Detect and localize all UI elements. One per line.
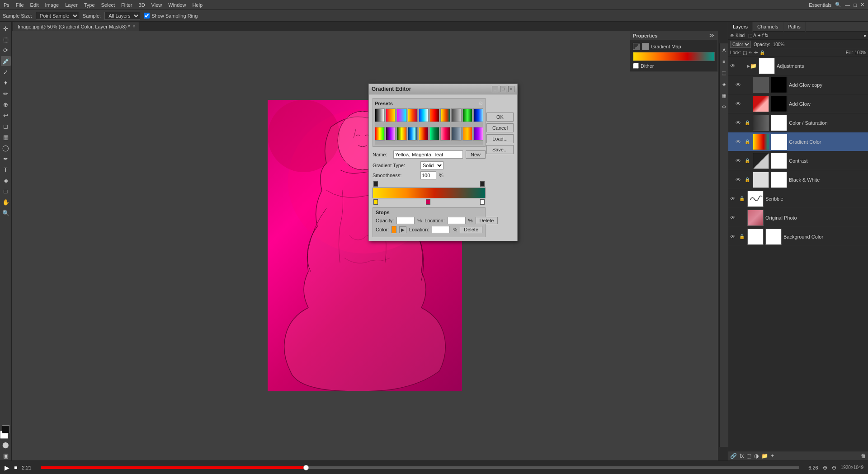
add-layer-icon[interactable]: + bbox=[771, 453, 774, 459]
menu-file[interactable]: File bbox=[16, 2, 24, 8]
add-group-icon[interactable]: 📁 bbox=[761, 453, 768, 459]
panel-tool-5[interactable]: ▦ bbox=[719, 90, 729, 100]
timeline-thumb[interactable] bbox=[303, 465, 309, 470]
ge-save-button[interactable]: Save... bbox=[486, 145, 514, 154]
layer-row-black-white[interactable]: 👁 🔒 Black & White bbox=[728, 170, 868, 189]
ge-cancel-button[interactable]: Cancel bbox=[486, 123, 514, 132]
type-tool[interactable]: T bbox=[1, 164, 11, 174]
path-selection-tool[interactable]: ◈ bbox=[1, 175, 11, 185]
minimize-icon[interactable]: — bbox=[845, 2, 850, 8]
workspace-label[interactable]: Essentials bbox=[809, 2, 831, 8]
eye-icon-scribble[interactable]: 👁 bbox=[730, 196, 737, 202]
stop-button[interactable]: ■ bbox=[14, 465, 17, 471]
search-icon[interactable]: 🔍 bbox=[835, 2, 841, 8]
zoom-tool[interactable]: 🔍 bbox=[1, 208, 11, 218]
ge-load-button[interactable]: Load... bbox=[486, 134, 514, 143]
preset-swatch-14[interactable] bbox=[408, 127, 418, 141]
layer-row-adjustments[interactable]: 👁 ▸📁 Adjustments bbox=[728, 56, 868, 75]
fill-value[interactable]: 100% bbox=[854, 50, 866, 55]
brush-tool[interactable]: ✏ bbox=[1, 89, 11, 99]
menu-layer[interactable]: Layer bbox=[65, 2, 78, 8]
quick-mask-toggle[interactable]: ⬤ bbox=[1, 440, 11, 450]
ge-color-location-input[interactable] bbox=[432, 226, 450, 233]
healing-tool[interactable]: ✦ bbox=[1, 78, 11, 88]
preset-swatch-7[interactable] bbox=[440, 108, 450, 122]
preset-swatch-9[interactable] bbox=[462, 108, 472, 122]
file-tab[interactable]: Image.jpg @ 50% (Gradient Color, Layer M… bbox=[14, 22, 139, 31]
opacity-stop-left[interactable] bbox=[373, 181, 378, 187]
eye-icon-add-glow-copy[interactable]: 👁 bbox=[736, 82, 743, 88]
layer-row-scribble[interactable]: 👁 🔒 Scribble bbox=[728, 189, 868, 208]
eye-icon-color-sat[interactable]: 👁 bbox=[736, 120, 743, 126]
ge-minimize-btn[interactable]: _ bbox=[492, 86, 498, 92]
hand-tool[interactable]: ✋ bbox=[1, 197, 11, 207]
sample-size-select[interactable]: Point Sample bbox=[36, 12, 79, 20]
selection-tool[interactable]: ⬚ bbox=[1, 34, 11, 44]
ge-opacity-value-input[interactable] bbox=[396, 217, 415, 224]
ge-opacity-location-input[interactable] bbox=[448, 217, 466, 224]
add-adjustment-icon[interactable]: ◑ bbox=[754, 453, 759, 459]
layer-row-add-glow-copy[interactable]: 👁 Add Glow copy bbox=[728, 75, 868, 94]
menu-view[interactable]: View bbox=[151, 2, 162, 8]
ge-name-input[interactable] bbox=[393, 150, 463, 159]
zoom-out-icon[interactable]: ⊖ bbox=[832, 465, 836, 471]
add-link-icon[interactable]: 🔗 bbox=[730, 453, 737, 459]
zoom-in-icon[interactable]: ⊕ bbox=[823, 465, 827, 471]
menu-edit[interactable]: Edit bbox=[30, 2, 39, 8]
lasso-tool[interactable]: ⟳ bbox=[1, 45, 11, 55]
preset-swatch-3[interactable] bbox=[396, 108, 406, 122]
panel-tool-2[interactable]: ≡ bbox=[719, 56, 729, 66]
preset-swatch-19[interactable] bbox=[462, 127, 472, 141]
preset-swatch-2[interactable] bbox=[386, 108, 396, 122]
play-button[interactable]: ▶ bbox=[5, 464, 9, 471]
ge-color-preview-swatch[interactable] bbox=[392, 226, 396, 233]
ge-close-btn[interactable]: × bbox=[508, 86, 514, 92]
eye-icon-contrast[interactable]: 👁 bbox=[736, 158, 743, 164]
preset-swatch-20[interactable] bbox=[473, 127, 483, 141]
preset-swatch-13[interactable] bbox=[396, 127, 406, 141]
menu-filter[interactable]: Filter bbox=[121, 2, 132, 8]
preset-swatch-11[interactable] bbox=[375, 127, 385, 141]
gradient-map-preview[interactable] bbox=[633, 52, 715, 61]
properties-expand-icon[interactable]: ≫ bbox=[709, 33, 715, 38]
ge-smoothness-input[interactable] bbox=[420, 171, 436, 179]
eyedropper-tool[interactable]: 💉 bbox=[1, 56, 11, 66]
close-icon[interactable]: ✕ bbox=[860, 2, 864, 8]
eye-icon-black-white[interactable]: 👁 bbox=[736, 177, 743, 183]
menu-image[interactable]: Image bbox=[45, 2, 59, 8]
layer-row-add-glow[interactable]: 👁 Add Glow bbox=[728, 94, 868, 113]
ge-gradient-preview[interactable] bbox=[373, 188, 486, 198]
layer-row-background-color[interactable]: 👁 🔒 Background Color bbox=[728, 227, 868, 246]
tab-channels[interactable]: Channels bbox=[753, 22, 783, 32]
color-stop-yellow[interactable] bbox=[373, 199, 378, 205]
dither-checkbox[interactable] bbox=[633, 63, 639, 69]
ge-presets-gear-icon[interactable]: ⚙ bbox=[478, 100, 483, 107]
pen-tool[interactable]: ✒ bbox=[1, 154, 11, 164]
clone-stamp-tool[interactable]: ⊕ bbox=[1, 99, 11, 109]
preset-swatch-5[interactable] bbox=[419, 108, 429, 122]
color-stop-teal[interactable] bbox=[480, 199, 485, 205]
menu-ps[interactable]: Ps bbox=[4, 2, 9, 8]
move-tool[interactable]: ✛ bbox=[1, 23, 11, 33]
screen-mode[interactable]: ▣ bbox=[1, 451, 11, 460]
add-style-icon[interactable]: fx bbox=[740, 453, 744, 459]
tab-paths[interactable]: Paths bbox=[783, 22, 806, 32]
maximize-icon[interactable]: □ bbox=[854, 2, 857, 8]
panel-tool-1[interactable]: A bbox=[719, 45, 729, 55]
preset-swatch-10[interactable] bbox=[473, 108, 483, 122]
ge-color-arrow-btn[interactable]: ▶ bbox=[399, 226, 406, 233]
eraser-tool[interactable]: ◻ bbox=[1, 121, 11, 131]
layer-row-gradient-color[interactable]: 👁 🔒 Gradient Color bbox=[728, 132, 868, 151]
gradient-tool[interactable]: ▦ bbox=[1, 132, 11, 142]
lock-transparent-icon[interactable]: ⬚ bbox=[743, 50, 747, 55]
preset-swatch-16[interactable] bbox=[429, 127, 439, 141]
layer-row-original-photo[interactable]: 👁 Original Photo bbox=[728, 208, 868, 227]
panel-tool-3[interactable]: ⬚ bbox=[719, 68, 729, 78]
menu-window[interactable]: Window bbox=[168, 2, 186, 8]
eye-icon-background-color[interactable]: 👁 bbox=[730, 234, 737, 240]
preset-swatch-12[interactable] bbox=[386, 127, 396, 141]
ge-color-delete-btn[interactable]: Delete bbox=[460, 226, 482, 233]
eye-icon-original[interactable]: 👁 bbox=[730, 215, 737, 221]
tab-layers[interactable]: Layers bbox=[728, 22, 753, 32]
blend-mode-select[interactable]: Color bbox=[730, 41, 751, 48]
